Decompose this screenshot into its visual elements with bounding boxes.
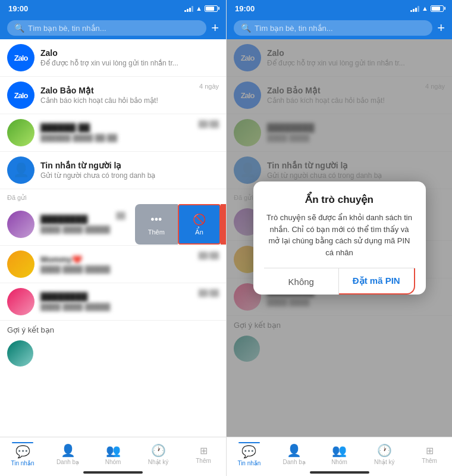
search-input-wrap-right[interactable]: 🔍 [234,20,432,36]
nav-item-contacts-right[interactable]: 👤 Danh bạ [272,441,317,468]
contacts-icon-right: 👤 [287,443,302,458]
nav-label-groups: Nhóm [105,459,121,465]
msg-time: ██/██ [199,289,219,296]
msg-name: ████████ [40,215,110,224]
nav-item-messages[interactable]: 💬 Tin nhắn [0,440,45,469]
home-indicator-left [83,471,143,474]
nav-label-diary-right: Nhật ký [374,459,394,465]
modal-overlay: Ẩn trò chuyện Trò chuyện sẽ được ẩn khỏi… [227,39,452,437]
nav-label-messages: Tin nhắn [11,460,34,466]
list-item[interactable]: Mommy❤️ ████ ████ █████ ██/██ [0,246,226,283]
groups-icon: 👥 [106,443,121,458]
suggest-row [0,338,226,371]
list-item[interactable]: ████████ ████ ████ █████ ██/██ [0,283,226,321]
status-icons-right: ▲ [410,5,444,12]
msg-time: 4 ngày [199,83,219,90]
search-input-right[interactable] [255,24,425,33]
nav-label-contacts-right: Danh bạ [283,459,306,465]
hide-button[interactable]: 🚫 Ẩn [178,204,221,245]
nav-item-more[interactable]: ⊞ Thêm [181,443,226,466]
suggest-item[interactable] [7,340,33,367]
msg-preview: Cảnh báo kích hoạt câu hỏi bảo mật! [40,96,193,105]
add-button-left[interactable]: + [211,21,219,35]
avatar-stranger: 👤 [7,156,34,184]
nav-item-diary-right[interactable]: 🕐 Nhật ký [362,441,407,468]
modal-dialog: Ẩn trò chuyện Trò chuyện sẽ được ẩn khỏi… [253,181,426,295]
list-item-swipe[interactable]: ████████ ████ ████ █████ ██ [0,206,133,243]
avatar [7,250,34,278]
hide-icon: 🚫 [193,213,206,226]
diary-icon-right: 🕐 [377,443,392,458]
modal-cancel-button[interactable]: Không [264,268,340,295]
add-button-right[interactable]: + [437,21,445,35]
suggest-label: Gợi ý kết bạn [0,321,226,338]
nav-item-more-right[interactable]: ⊞ Thêm [407,443,452,466]
list-item-stranger[interactable]: 👤 Tin nhắn từ người lạ Gửi từ người chưa… [0,152,226,189]
status-bar-right: 19:00 ▲ [227,0,452,17]
msg-preview: ████ ████ █████ [40,226,110,234]
delete-button[interactable]: 🗑 Xóa [221,204,226,245]
msg-name: Zalo [40,48,219,58]
messages-icon-right: 💬 [241,444,256,459]
search-icon-left: 🔍 [14,23,24,33]
nav-item-groups[interactable]: 👥 Nhóm [90,441,136,468]
nav-item-groups-right[interactable]: 👥 Nhóm [317,441,362,468]
msg-content: Mommy❤️ ████ ████ █████ [40,255,193,274]
da-gui-label: Đã gửi [0,189,226,203]
msg-preview: Gửi từ người chưa có trong danh bạ [40,171,219,180]
modal-body: Trò chuyện sẽ được ẩn khỏi danh sách tin… [264,212,415,258]
wifi-icon-right: ▲ [422,5,428,12]
modal-actions: Không Đặt mã PIN [264,268,415,295]
nav-label-more-right: Thêm [422,458,437,464]
msg-preview: ████ ████ █████ [40,265,193,274]
msg-content: ████████ ████ ████ █████ [40,215,110,234]
right-panel: 19:00 ▲ 🔍 + Zalo Zalo Để được hỗ trợ xin… [226,0,452,476]
avatar [7,288,34,315]
search-icon-right: 🔍 [241,23,251,33]
search-bar-left: 🔍 + [0,17,226,39]
time-right: 19:00 [235,4,255,13]
list-item[interactable]: Zalo Zalo Để được hỗ trợ xin vui lòng gử… [0,39,226,77]
msg-name: Tin nhắn từ người lạ [40,161,219,170]
contacts-icon: 👤 [61,443,76,458]
nav-label-diary: Nhật ký [148,459,168,465]
swipe-actions: ••• Thêm 🚫 Ẩn 🗑 Xóa [135,203,226,245]
message-list-left: Zalo Zalo Để được hỗ trợ xin vui lòng gử… [0,39,226,437]
msg-time: ██/██ [199,252,219,259]
msg-content: Zalo Bảo Mật Cảnh báo kích hoạt câu hỏi … [40,86,193,105]
nav-item-diary[interactable]: 🕐 Nhật ký [136,441,181,468]
msg-time: ██/██ [199,120,219,127]
msg-content: ██████ ██ ██████ ████ ██ ██ [40,123,193,142]
bottom-nav-left: 💬 Tin nhắn 👤 Danh bạ 👥 Nhóm 🕐 Nhật ký ⊞ … [0,437,226,471]
left-panel: 19:00 ▲ 🔍 + Zalo Zalo Để được hỗ trợ xin… [0,0,226,476]
msg-content: ████████ ████ ████ █████ [40,292,193,311]
msg-name: Zalo Bảo Mật [40,86,193,95]
battery-icon-right [431,5,444,12]
list-item[interactable]: Zalo Zalo Bảo Mật Cảnh báo kích hoạt câu… [0,77,226,114]
modal-title: Ẩn trò chuyện [264,193,415,206]
swipe-row: ████████ ████ ████ █████ ██ ••• Thêm 🚫 Ẩ… [0,203,226,246]
avatar: Zalo [7,44,34,71]
modal-confirm-button[interactable]: Đặt mã PIN [339,268,415,295]
nav-label-groups-right: Nhóm [331,459,347,465]
more-nav-icon: ⊞ [200,445,208,456]
nav-item-contacts[interactable]: 👤 Danh bạ [45,441,90,468]
nav-label-messages-right: Tin nhắn [237,460,260,466]
msg-content: Zalo Để được hỗ trợ xin vui lòng gửi tin… [40,48,219,67]
search-input-wrap-left[interactable]: 🔍 [7,20,206,36]
more-button[interactable]: ••• Thêm [135,204,178,245]
message-list-right: Zalo Zalo Để được hỗ trợ xin vui lòng gử… [227,39,452,437]
more-icon: ••• [150,214,162,226]
more-nav-icon-right: ⊞ [426,445,434,456]
list-item[interactable]: ██████ ██ ██████ ████ ██ ██ ██/██ [0,114,226,152]
diary-icon: 🕐 [151,443,166,458]
avatar: Zalo [7,82,34,109]
time-left: 19:00 [8,4,28,13]
nav-item-messages-right[interactable]: 💬 Tin nhắn [227,440,272,469]
msg-preview: Để được hỗ trợ xin vui lòng gửi tin nhắn… [40,59,219,67]
msg-content: Tin nhắn từ người lạ Gửi từ người chưa c… [40,161,219,180]
msg-preview: ████ ████ █████ [40,303,193,311]
search-input-left[interactable] [28,24,199,33]
msg-name: ████████ [40,292,193,302]
hide-label: Ẩn [195,228,203,236]
